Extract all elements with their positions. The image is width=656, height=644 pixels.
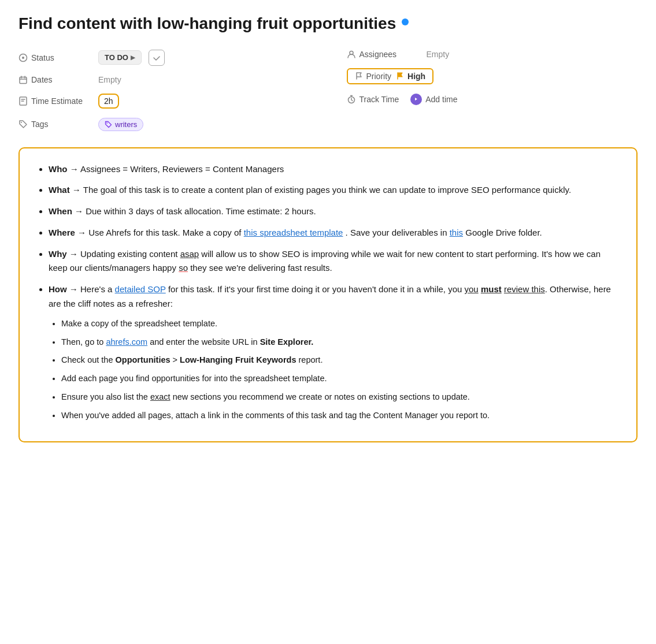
page-title: Find content with low-hanging fruit oppo… [18,14,396,33]
sub-list-item: Check out the Opportunities > Low-Hangin… [61,353,620,367]
who-bold: Who [49,164,67,174]
detailed-sop-link[interactable]: detailed SOP [115,284,166,294]
add-time-play-icon [410,94,422,105]
spreadsheet-template-link[interactable]: this spreadsheet template [244,228,343,237]
dates-icon [18,75,28,84]
sub-list-item: Ensure you also list the exact new secti… [61,390,620,404]
tag-chip-writers[interactable]: writers [98,118,143,131]
list-item-why: Why → Updating existing content asap wil… [49,247,620,276]
status-check-button[interactable] [149,50,165,66]
track-time-row: Track Time Add time [347,89,638,110]
sub-list-item: When you've added all pages, attach a li… [61,409,620,423]
ahrefs-link[interactable]: ahrefs.com [106,337,147,347]
time-estimate-value: 2h [104,96,113,106]
time-estimate-box[interactable]: 2h [98,94,119,109]
status-icon [18,53,28,62]
why-bold: Why [49,249,67,259]
dates-label: Dates [18,75,94,84]
google-drive-link[interactable]: this [450,228,463,237]
list-item-how: How → Here's a detailed SOP for this tas… [49,282,620,423]
priority-label: Priority [355,72,392,81]
sub-list-item: Make a copy of the spreadsheet template. [61,317,620,331]
right-meta: Assignees Empty Priority [328,45,638,136]
tags-icon [18,120,28,129]
status-arrow-icon: ▶ [131,54,135,61]
svg-point-4 [21,122,22,123]
priority-box[interactable]: Priority High [347,68,434,84]
sub-list-how: Make a copy of the spreadsheet template.… [49,317,620,423]
where-bold: Where [49,228,75,237]
what-bold: What [49,185,70,195]
svg-point-5 [106,122,108,124]
tag-chip-icon [105,121,112,128]
list-item-who: Who → Assignees = Writers, Reviewers = C… [49,162,620,177]
priority-high-flag-icon [396,72,405,80]
dates-value[interactable]: Empty [98,75,121,84]
time-estimate-row: Time Estimate 2h [18,89,328,113]
page-title-container: Find content with low-hanging fruit oppo… [18,14,638,33]
sub-list-item: Then, go to ahrefs.com and enter the web… [61,336,620,349]
review-this-text: review this [504,284,545,294]
sub-list-item: Add each page you find opportunities for… [61,372,620,386]
so-text: so [179,263,188,273]
must-bold: must [481,284,502,294]
dates-row: Dates Empty [18,70,328,89]
assignees-row: Assignees Empty [347,45,638,64]
svg-point-1 [22,57,24,59]
track-time-button[interactable]: Track Time [347,95,399,104]
content-box: Who → Assignees = Writers, Reviewers = C… [18,147,638,443]
time-estimate-label: Time Estimate [18,96,94,106]
you-text: you [465,284,479,294]
assignees-label: Assignees [347,50,422,59]
priority-row: Priority High [347,64,638,89]
status-label: Status [18,53,94,62]
asap-text: asap [180,249,199,259]
status-badge[interactable]: TO DO ▶ [98,50,142,65]
tag-label: writers [115,120,137,129]
list-item-what: What → The goal of this task is to creat… [49,183,620,198]
when-bold: When [49,206,72,216]
priority-flag-icon [355,72,364,80]
tags-label: Tags [18,120,94,129]
list-item-when: When → Due within 3 days of task allocat… [49,204,620,219]
content-list: Who → Assignees = Writers, Reviewers = C… [36,162,620,423]
how-bold: How [49,284,67,294]
priority-value: High [396,72,425,81]
time-estimate-icon [18,96,28,106]
svg-rect-2 [20,77,27,83]
status-row: Status TO DO ▶ [18,45,328,70]
title-dot [402,18,409,25]
add-time-button[interactable]: Add time [410,94,457,105]
exact-text: exact [150,392,171,401]
left-meta: Status TO DO ▶ Da [18,45,328,136]
assignees-icon [347,50,356,59]
tags-row: Tags writers [18,113,328,136]
list-item-where: Where → Use Ahrefs for this task. Make a… [49,226,620,240]
status-value-group: TO DO ▶ [98,50,165,66]
track-time-icon [347,95,356,104]
meta-fields: Status TO DO ▶ Da [18,45,638,136]
assignees-value[interactable]: Empty [427,50,450,59]
